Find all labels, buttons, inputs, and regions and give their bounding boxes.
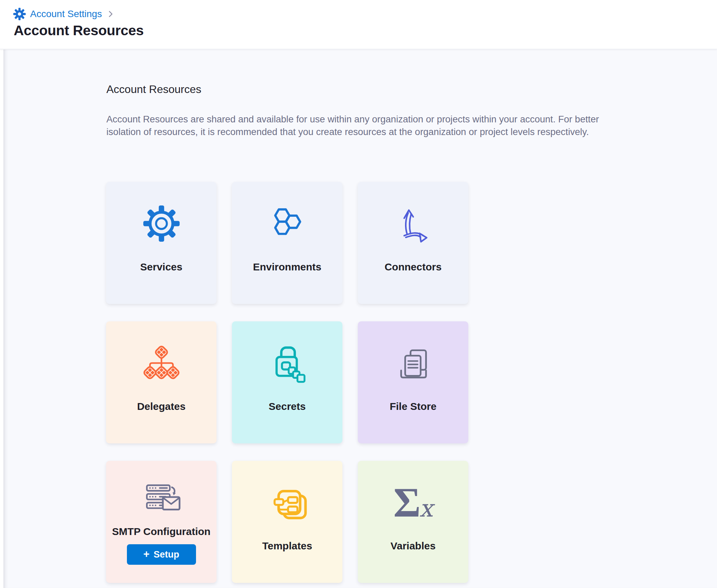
templates-stack-icon <box>267 481 308 524</box>
secrets-lock-icon <box>267 342 308 384</box>
setup-button[interactable]: + Setup <box>127 544 196 565</box>
card-smtp-configuration[interactable]: SMTP Configuration + Setup <box>106 461 217 583</box>
card-templates[interactable]: Templates <box>232 461 342 583</box>
card-label: Templates <box>262 540 312 552</box>
setup-button-label: Setup <box>154 549 179 560</box>
card-label: Secrets <box>269 401 305 412</box>
section-description: Account Resources are shared and availab… <box>106 113 604 138</box>
main-content: Account Resources Account Resources are … <box>3 50 717 588</box>
page-title: Account Resources <box>14 23 144 39</box>
card-connectors[interactable]: Connectors <box>358 182 468 304</box>
section-heading: Account Resources <box>106 83 201 96</box>
card-label: SMTP Configuration <box>112 526 211 537</box>
resources-grid: Services Environments <box>106 182 468 583</box>
page-header: Account Settings Account Resources <box>0 0 717 49</box>
card-variables[interactable]: Σ x Variables <box>358 461 468 583</box>
file-store-documents-icon <box>393 342 433 384</box>
account-settings-link[interactable]: Account Settings <box>30 9 102 19</box>
settings-gear-icon <box>13 8 26 21</box>
services-gear-icon <box>141 202 182 245</box>
card-environments[interactable]: Environments <box>232 182 342 304</box>
card-label: Services <box>140 261 182 273</box>
card-services[interactable]: Services <box>106 182 217 304</box>
card-label: File Store <box>390 401 436 412</box>
card-delegates[interactable]: Delegates <box>106 321 217 443</box>
card-secrets[interactable]: Secrets <box>232 321 342 443</box>
smtp-server-mail-icon <box>141 479 182 518</box>
x-glyph: x <box>419 496 433 520</box>
card-file-store[interactable]: File Store <box>358 321 468 443</box>
card-label: Delegates <box>137 401 186 412</box>
card-label: Connectors <box>384 261 442 273</box>
environments-hexagons-icon <box>267 202 308 245</box>
chevron-right-icon <box>106 10 115 18</box>
connectors-arrows-icon <box>393 202 433 245</box>
variables-sigma-icon: Σ x <box>393 481 433 524</box>
card-label: Variables <box>391 540 436 552</box>
plus-icon: + <box>143 548 149 560</box>
sigma-glyph: Σ <box>393 485 421 520</box>
card-label: Environments <box>253 261 321 273</box>
account-resources-page: Account Settings Account Resources Accou… <box>0 0 717 588</box>
delegates-tree-icon <box>142 342 181 384</box>
breadcrumb: Account Settings <box>13 8 115 21</box>
